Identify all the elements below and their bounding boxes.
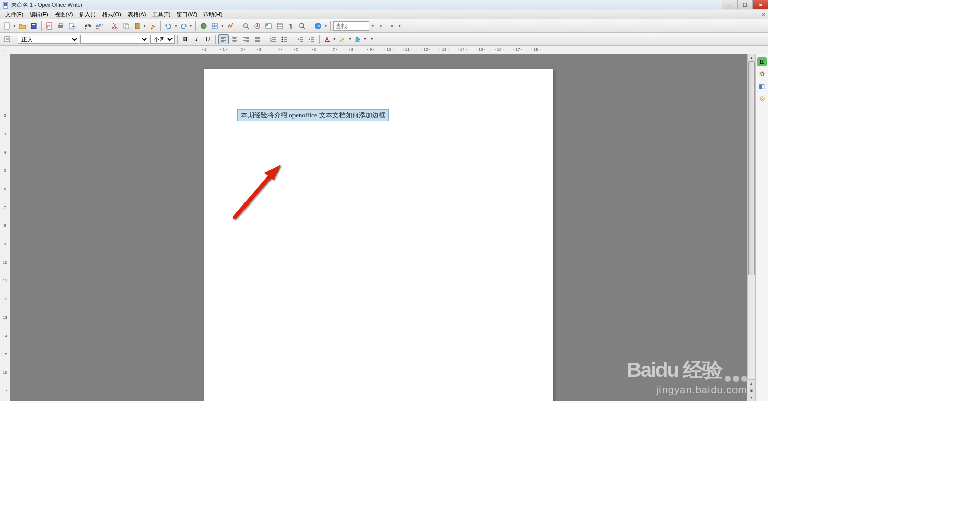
main-area: 11234567891011121314151617 本期经验将介绍 openo… (0, 54, 768, 401)
search-dropdown-icon[interactable]: ▼ (371, 24, 375, 28)
formatting-toolbar: 正文 小四 B I U 123 A▼ ▼ ▼ ▼ (0, 33, 768, 46)
highlight-button[interactable]: ▼ (337, 34, 352, 44)
menu-insert[interactable]: 插入(I) (76, 10, 99, 19)
maximize-button[interactable]: ☐ (737, 0, 752, 9)
styles-button[interactable] (2, 34, 12, 44)
underline-button[interactable]: U (203, 34, 213, 44)
hyperlink-button[interactable] (199, 21, 209, 31)
menu-edit[interactable]: 编辑(E) (27, 10, 52, 19)
fmt-overflow-icon[interactable]: ▼ (370, 37, 374, 41)
print-button[interactable] (56, 21, 66, 31)
title-bar: 未命名 1 - OpenOffice Writer ─ ☐ ✕ (0, 0, 768, 10)
align-center-button[interactable] (230, 34, 240, 44)
redo-button[interactable]: ▼ (179, 21, 193, 31)
close-button[interactable]: ✕ (752, 0, 768, 9)
search-overflow-icon[interactable]: ▼ (398, 24, 402, 28)
toolbar-overflow-icon[interactable]: ▼ (324, 24, 328, 28)
print-preview-button[interactable] (67, 21, 77, 31)
svg-rect-18 (125, 24, 129, 29)
nav-buttons: ▴ ◉ ▾ (747, 379, 755, 401)
save-button[interactable] (29, 21, 39, 31)
sidebar-navigator-icon[interactable]: ◎ (757, 94, 767, 103)
background-color-button[interactable]: ▼ (353, 34, 367, 44)
document-icon (2, 2, 9, 9)
close-document-button[interactable]: ✕ (761, 11, 766, 18)
svg-rect-6 (32, 24, 35, 26)
spellcheck-button[interactable]: ABC (83, 21, 93, 31)
menu-bar: 文件(F) 编辑(E) 视图(V) 插入(I) 格式(O) 表格(A) 工具(T… (0, 10, 768, 19)
cut-button[interactable] (110, 21, 120, 31)
page[interactable]: 本期经验将介绍 openoffice 文本文档如何添加边框 (204, 69, 553, 401)
find-replace-button[interactable] (241, 21, 251, 31)
data-sources-button[interactable] (275, 21, 285, 31)
menu-tools[interactable]: 工具(T) (149, 10, 174, 19)
svg-point-21 (201, 23, 206, 29)
paw-icon (725, 376, 747, 382)
help-button[interactable]: ? (313, 21, 323, 31)
search-input[interactable] (333, 21, 369, 31)
undo-button[interactable]: ▼ (163, 21, 178, 31)
watermark-logo: Baidu 经验 (627, 356, 722, 384)
scroll-up-button[interactable]: ▲ (748, 54, 755, 61)
gallery-button[interactable] (263, 21, 274, 31)
horizontal-ruler[interactable]: · 1 · · 1 · · 2 · · 3 · · 4 · · 5 · · 6 … (10, 46, 768, 54)
svg-rect-38 (5, 37, 10, 42)
menu-view[interactable]: 视图(V) (52, 10, 77, 19)
nav-object-button[interactable]: ◉ (747, 387, 755, 394)
vertical-scrollbar[interactable]: ▲ ▼ (747, 54, 755, 401)
selected-text[interactable]: 本期经验将介绍 openoffice 文本文档如何添加边框 (237, 109, 389, 121)
scroll-thumb[interactable] (748, 61, 755, 275)
decrease-indent-button[interactable] (295, 34, 305, 44)
font-name-combo[interactable] (80, 35, 149, 44)
justify-button[interactable] (252, 34, 262, 44)
document-area[interactable]: 本期经验将介绍 openoffice 文本文档如何添加边框 Baidu 经验 j… (10, 54, 768, 401)
svg-rect-10 (59, 23, 62, 26)
new-button[interactable]: ▼ (2, 21, 16, 31)
nonprinting-button[interactable]: ¶ (286, 21, 296, 31)
svg-text:3: 3 (270, 40, 272, 43)
nav-prev-button[interactable]: ▴ (747, 379, 755, 387)
auto-spellcheck-button[interactable]: ABC (94, 21, 104, 31)
align-right-button[interactable] (241, 34, 251, 44)
window-controls: ─ ☐ ✕ (722, 0, 768, 9)
show-draw-button[interactable] (225, 21, 235, 31)
svg-text:A: A (325, 36, 329, 42)
bold-button[interactable]: B (180, 34, 190, 44)
sidebar-properties-icon[interactable]: ⊞ (757, 57, 767, 66)
svg-line-26 (247, 27, 249, 29)
menu-help[interactable]: 帮助(H) (200, 10, 225, 19)
search-up-button[interactable] (387, 21, 397, 31)
svg-point-65 (282, 38, 283, 40)
menu-format[interactable]: 格式(O) (99, 10, 125, 19)
paste-button[interactable]: ▼ (132, 21, 146, 31)
vertical-ruler[interactable]: 11234567891011121314151617 (0, 54, 10, 401)
sidebar-styles-icon[interactable]: ✿ (757, 69, 767, 79)
nav-next-button[interactable]: ▾ (747, 394, 755, 401)
svg-rect-2 (4, 4, 7, 5)
font-color-button[interactable]: A▼ (322, 34, 336, 44)
ruler-row: ⌐ · 1 · · 1 · · 2 · · 3 · · 4 · · 5 · · … (0, 46, 768, 54)
bullets-button[interactable] (279, 34, 289, 44)
svg-text:¶: ¶ (289, 23, 292, 29)
menu-window[interactable]: 窗口(W) (174, 10, 200, 19)
svg-rect-19 (135, 23, 139, 29)
paragraph-style-combo[interactable]: 正文 (18, 35, 79, 44)
align-left-button[interactable] (218, 34, 229, 44)
sidebar-gallery-icon[interactable]: ◧ (757, 82, 767, 91)
export-pdf-button[interactable]: P (44, 21, 55, 31)
numbering-button[interactable]: 123 (268, 34, 278, 44)
copy-button[interactable] (121, 21, 131, 31)
font-size-combo[interactable]: 小四 (150, 35, 175, 44)
svg-point-34 (300, 23, 304, 28)
format-paintbrush-button[interactable] (148, 21, 158, 31)
table-button[interactable]: ▼ (210, 21, 224, 31)
open-button[interactable] (17, 21, 28, 31)
menu-table[interactable]: 表格(A) (125, 10, 150, 19)
search-down-button[interactable] (376, 21, 386, 31)
menu-file[interactable]: 文件(F) (2, 10, 27, 19)
navigator-button[interactable] (252, 21, 262, 31)
minimize-button[interactable]: ─ (722, 0, 737, 9)
italic-button[interactable]: I (191, 34, 202, 44)
increase-indent-button[interactable] (306, 34, 316, 44)
zoom-button[interactable] (297, 21, 307, 31)
